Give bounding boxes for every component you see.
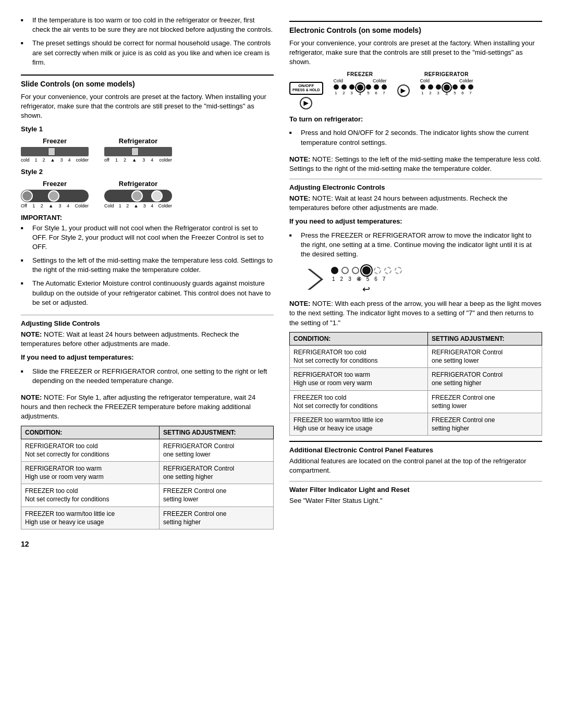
electronic-note-turn-on: NOTE: NOTE: Settings to the left of the …: [289, 155, 542, 174]
left-table-cond-2: REFRIGERATOR too warm High use or room v…: [21, 461, 160, 484]
arrow-button[interactable]: ►: [300, 97, 312, 109]
to-turn-on-bullet-1: Press and hold ON/OFF for 2 seconds. The…: [289, 128, 542, 147]
freezer-dot-7: 7: [382, 84, 387, 96]
left-table-adj-3: FREEZER Control one setting lower: [160, 484, 274, 507]
onoff-button[interactable]: ON/OFFPRESS & HOLD: [289, 82, 323, 95]
right-table-cond-4: FREEZER too warm/too little ice High use…: [290, 413, 428, 435]
if-you-need-label-right: If you need to adjust temperatures:: [289, 217, 542, 226]
s1f-n2: 2: [43, 157, 45, 163]
fridge-dot-6: 6: [460, 84, 466, 96]
s2r-n4: 3: [143, 203, 146, 208]
fridge-dots-row: 1 2 3 4 5 6 7: [420, 84, 473, 96]
style1-label: Style 1: [21, 125, 274, 133]
adjusting-electronic-note: NOTE: NOTE: Wait at least 24 hours betwe…: [289, 194, 542, 213]
if-you-need-bullets-left: Slide the FREEZER or REFRIGERATOR contro…: [21, 367, 274, 386]
right-table-cond-2: REFRIGERATOR too warm High use or room v…: [290, 368, 428, 390]
s1f-n3: ▲: [51, 157, 55, 163]
s2f-n3: ▲: [48, 203, 53, 208]
adjusting-slide-note2: NOTE: NOTE: For Style 1, after adjusting…: [21, 393, 274, 422]
freezer-dot-1: 1: [334, 84, 339, 96]
arrow-svg: [305, 266, 326, 292]
if-you-need-label-left: If you need to adjust temperatures:: [21, 353, 274, 362]
adjusting-electronic-divider: [289, 179, 542, 179]
left-table-adj-4: FREEZER Control one setting higher: [160, 507, 274, 529]
if-you-need-bullet-right-1: Press the FREEZER or REFRIGERATOR arrow …: [289, 231, 542, 260]
s1f-n0: cold: [21, 157, 30, 163]
right-table-adj-3: FREEZER Control one setting lower: [428, 390, 542, 413]
freezer-dots-row: 1 2 3 4 5 6 7: [334, 84, 387, 96]
right-table-cond-3: FREEZER too cold Not set correctly for c…: [290, 390, 428, 413]
ind-dot-6-dashed: [384, 267, 391, 274]
style1-freezer: Freezer cold 1 2 ▲ 3 4 colder: [21, 137, 89, 163]
water-filter-text: See "Water Filter Status Light.": [289, 496, 542, 505]
ind-dot-1: [331, 267, 338, 274]
to-turn-on-label: To turn on refrigerator:: [289, 115, 542, 124]
left-condition-table: CONDITION: SETTING ADJUSTMENT: REFRIGERA…: [21, 426, 274, 530]
s1r-n2: 2: [124, 157, 126, 163]
style1-fridge-label: Refrigerator: [119, 137, 157, 145]
indicator-diagram: 123④567 ↩: [305, 266, 542, 295]
indicator-numbers: 123④567: [331, 276, 402, 282]
fridge-sublabels: ColdColder: [420, 78, 473, 83]
important-bullet-3: The Automatic Exterior Moisture control …: [21, 279, 274, 307]
important-bullet-1: For Style 1, your product will not cool …: [21, 224, 274, 252]
freezer-dot-2: 2: [341, 84, 347, 96]
onoff-group: ON/OFFPRESS & HOLD ►: [289, 82, 323, 110]
additional-features-title: Additional Electronic Control Panel Feat…: [289, 446, 542, 454]
indicator-dots-row: [331, 266, 402, 275]
electronic-note-beep: NOTE: NOTE: With each press of the arrow…: [289, 299, 542, 328]
s2f-n6: Colder: [75, 203, 89, 208]
s1r-n6: colder: [159, 157, 172, 163]
ind-dot-3-open: [352, 267, 359, 274]
right-table-adj-2: REFRIGERATOR Control one setting higher: [428, 368, 542, 390]
s1f-n6: colder: [76, 157, 89, 163]
freezer-dot-6: 6: [374, 84, 379, 96]
ind-dot-4-circled: [362, 266, 371, 275]
indicator-dots-area: 123④567 ↩: [331, 266, 402, 295]
s1r-n4: 3: [142, 157, 145, 163]
freezer-dot-5: 5: [366, 84, 371, 96]
table-row: REFRIGERATOR too warm High use or room v…: [21, 461, 274, 484]
fridge-dot-5: 5: [452, 84, 458, 96]
freezer-sublabels: ColdColder: [334, 78, 387, 83]
s1f-n5: 4: [68, 157, 70, 163]
s2r-n1: 1: [119, 203, 121, 208]
ind-dot-7-dashed: [395, 267, 402, 274]
right-table-col1-header: CONDITION:: [290, 332, 428, 345]
style2-fridge-label: Refrigerator: [119, 180, 157, 188]
freezer-dot-3: 3: [349, 84, 354, 96]
style2-freezer-label: Freezer: [43, 180, 67, 188]
svg-marker-0: [308, 269, 323, 290]
s2r-n6: Colder: [158, 203, 172, 208]
s1r-n1: 1: [115, 157, 118, 163]
freezer-label: Freezer: [347, 71, 373, 77]
refrigerator-label: Refrigerator: [424, 71, 469, 77]
indicator-arrow-icon: [305, 266, 326, 292]
left-table-cond-1: REFRIGERATOR too cold Not set correctly …: [21, 439, 160, 461]
fridge-arrow[interactable]: ►: [397, 84, 410, 97]
left-table-col2-header: SETTING ADJUSTMENT:: [160, 426, 274, 439]
s2r-n0: Cold: [104, 203, 114, 208]
right-table-adj-1: REFRIGERATOR Control one setting lower: [428, 345, 542, 367]
fridge-dot-1: 1: [420, 84, 425, 96]
right-table-adj-4: FREEZER Control one setting higher: [428, 413, 542, 435]
right-table-cond-1: REFRIGERATOR too cold Not set correctly …: [290, 345, 428, 367]
table-row: REFRIGERATOR too warm High use or room v…: [290, 368, 542, 390]
intro-bullet-1: If the temperature is too warm or too co…: [21, 16, 274, 34]
s1f-n4: 3: [60, 157, 63, 163]
left-table-cond-3: FREEZER too cold Not set correctly for c…: [21, 484, 160, 507]
if-you-need-bullets-right: Press the FREEZER or REFRIGERATOR arrow …: [289, 231, 542, 260]
electronic-controls-intro: For your convenience, your controls are …: [289, 39, 542, 67]
s2f-n2: 2: [41, 203, 43, 208]
fridge-dot-7: 7: [468, 84, 473, 96]
style2-freezer: Freezer Off 1 2 ▲ 3 4 Colder: [21, 180, 89, 208]
curved-arrow: ↩: [362, 283, 402, 295]
freezer-dots-group: Freezer ColdColder 1 2 3 4 5 6 7: [334, 71, 387, 96]
freezer-dot-4-active: 4: [357, 84, 363, 96]
s2f-n4: 3: [59, 203, 62, 208]
adjusting-slide-title: Adjusting Slide Controls: [21, 319, 274, 327]
s1f-n1: 1: [35, 157, 38, 163]
to-turn-on-bullets: Press and hold ON/OFF for 2 seconds. The…: [289, 128, 542, 147]
slide-controls-divider: [21, 75, 274, 76]
adjusting-slide-note: NOTE: NOTE: Wait at least 24 hours betwe…: [21, 330, 274, 349]
